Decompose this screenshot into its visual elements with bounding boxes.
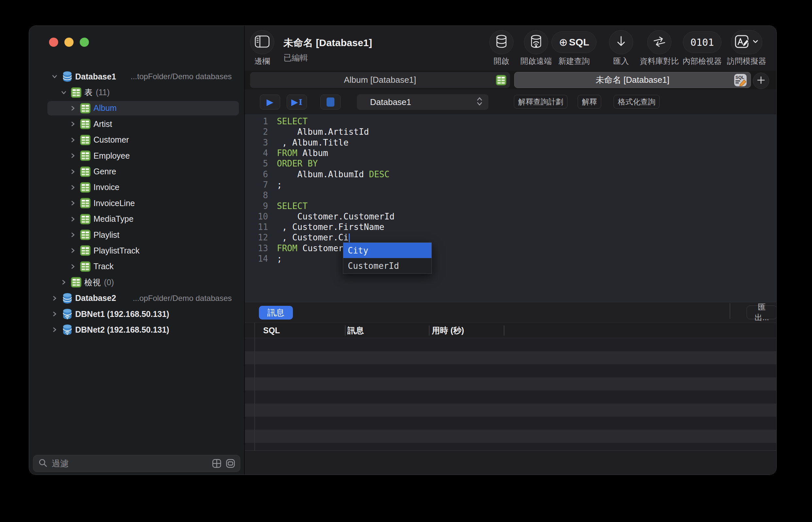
filter-input[interactable] — [51, 459, 208, 469]
line-number: 6 — [245, 169, 268, 179]
tree-item-[interactable]: 表(11) — [29, 84, 244, 100]
tree-item-database2[interactable]: Database2...opFolder/Demo databases — [29, 290, 244, 306]
open-remote-button[interactable]: 開啟遠端 — [520, 30, 552, 66]
chevron-right-icon[interactable] — [70, 169, 80, 175]
explain-query-plan-button[interactable]: 解釋查詢計劃 — [514, 95, 567, 108]
tree-item-database1[interactable]: Database1...topFolder/Demo databases — [29, 69, 244, 84]
tree-item-mediatype[interactable]: MediaType — [29, 211, 244, 227]
code-line-13: 13FROM Customer — [245, 243, 777, 254]
autocomplete-option-customerid[interactable]: CustomerId — [343, 258, 432, 274]
database-tree: Database1...topFolder/Demo databases表(11… — [29, 69, 244, 338]
play-icon: ▶ — [267, 98, 274, 107]
column-header-message[interactable]: 訊息 — [348, 323, 364, 338]
column-divider[interactable] — [429, 325, 430, 336]
tree-item-playlisttrack[interactable]: PlaylistTrack — [29, 243, 244, 258]
code-text: ; — [277, 254, 282, 264]
chevron-right-icon[interactable] — [51, 311, 61, 317]
chevron-right-icon[interactable] — [70, 137, 80, 143]
code-text: SELECT — [277, 201, 308, 211]
tree-item-track[interactable]: Track — [29, 259, 244, 275]
new-tab-button[interactable] — [753, 73, 769, 89]
stop-query-button[interactable] — [320, 95, 341, 109]
chevron-right-icon[interactable] — [70, 200, 80, 206]
db-compare-label: 資料庫對比 — [640, 56, 679, 66]
messages-header-row: SQL 訊息 用時 (秒) — [245, 322, 777, 338]
chevron-right-icon[interactable] — [70, 216, 80, 222]
chevron-right-icon[interactable] — [70, 105, 80, 111]
explain-button[interactable]: 解釋 — [578, 95, 601, 108]
chevron-right-icon[interactable] — [70, 232, 80, 238]
tree-item-genre[interactable]: Genre — [29, 163, 244, 179]
tree-item-label: DBNet2 (192.168.50.131) — [75, 325, 169, 335]
column-divider[interactable] — [504, 325, 504, 336]
chevron-right-icon[interactable] — [61, 279, 70, 285]
chevron-down-icon[interactable] — [61, 89, 70, 96]
open-button[interactable]: 開啟 — [490, 30, 514, 66]
tree-item-playlist[interactable]: Playlist — [29, 227, 244, 243]
export-button[interactable]: 匯出... — [747, 305, 777, 319]
sql-editor[interactable]: 1SELECT2 Album.ArtistId3 , Album.Title4F… — [245, 114, 777, 302]
minimize-window-button[interactable] — [64, 38, 74, 47]
import-button[interactable]: 匯入 — [609, 30, 633, 66]
tree-item-dbnet1-192-168-50-131[interactable]: DBNet1 (192.168.50.131) — [29, 306, 244, 322]
tab-album[interactable]: Album [Database1] — [250, 72, 510, 88]
column-header-sql[interactable]: SQL — [263, 323, 280, 338]
chevron-right-icon[interactable] — [51, 295, 61, 301]
format-query-button[interactable]: 格式化查詢 — [613, 95, 660, 108]
tree-item-label: DBNet1 (192.168.50.131) — [75, 309, 169, 319]
zoom-window-button[interactable] — [80, 38, 89, 47]
tree-item-count: (11) — [96, 88, 110, 97]
internal-viewer-button[interactable]: 0101 內部檢視器 — [683, 30, 722, 66]
code-line-12: 12 , Customer.Ci — [245, 232, 777, 243]
table-icon — [80, 103, 93, 114]
gutter-divider — [254, 338, 255, 450]
line-number: 10 — [245, 212, 268, 221]
app-window: Database1...topFolder/Demo databases表(11… — [29, 25, 777, 475]
chevron-right-icon[interactable] — [70, 247, 80, 254]
database-selector[interactable]: Database1 — [357, 94, 488, 110]
grid-view-icon[interactable] — [212, 459, 222, 468]
run-to-cursor-button[interactable]: ▶I — [287, 95, 307, 109]
tree-item-employee[interactable]: Employee — [29, 148, 244, 163]
tree-item-label: 表 — [84, 87, 92, 98]
chevron-right-icon[interactable] — [70, 153, 80, 159]
chevron-right-icon[interactable] — [70, 264, 80, 269]
import-label: 匯入 — [613, 56, 629, 66]
tree-item-album[interactable]: Album — [29, 100, 244, 116]
tree-item-invoice[interactable]: Invoice — [29, 180, 244, 195]
code-line-11: 11 , Customer.FirstName — [245, 222, 777, 232]
column-header-elapsed[interactable]: 用時 (秒) — [432, 323, 464, 338]
chevron-right-icon[interactable] — [51, 327, 61, 333]
db-compare-button[interactable]: 資料庫對比 — [640, 30, 679, 66]
panel-view-icon[interactable] — [226, 459, 235, 468]
tree-item-customer[interactable]: Customer — [29, 132, 244, 148]
tree-item-invoiceline[interactable]: InvoiceLine — [29, 195, 244, 211]
tree-item-label: Track — [93, 262, 114, 271]
chevron-right-icon[interactable] — [70, 184, 80, 190]
tab-untitled-query[interactable]: 未命名 [Database1] SQL — [514, 72, 751, 88]
tab-album-label: Album [Database1] — [344, 75, 416, 85]
autocomplete-option-city[interactable]: City — [343, 243, 432, 258]
chevron-down-icon[interactable] — [51, 74, 61, 79]
new-query-button[interactable]: ⊕SQL 新建查詢 — [551, 30, 597, 66]
close-window-button[interactable] — [49, 38, 58, 47]
table-icon — [80, 198, 93, 209]
access-simulator-button[interactable]: 訪問模擬器 — [727, 30, 766, 66]
chevron-right-icon[interactable] — [70, 121, 80, 127]
table-icon — [80, 182, 93, 193]
code-line-4: 4FROM Album — [245, 148, 777, 158]
tree-item-dbnet2-192-168-50-131[interactable]: DBNet2 (192.168.50.131) — [29, 322, 244, 338]
messages-tab[interactable]: 訊息 — [259, 306, 293, 320]
run-query-button[interactable]: ▶ — [260, 95, 280, 109]
line-number: 13 — [245, 243, 268, 253]
tree-item-label: Customer — [93, 135, 129, 144]
tree-item-artist[interactable]: Artist — [29, 116, 244, 132]
column-divider[interactable] — [345, 325, 346, 336]
sidebar: Database1...topFolder/Demo databases表(11… — [29, 26, 244, 475]
tree-item-label: Invoice — [93, 182, 119, 192]
messages-table-body — [245, 338, 777, 451]
tree-item-[interactable]: 檢視(0) — [29, 275, 244, 290]
sidebar-toggle[interactable]: 邊欄 — [250, 30, 274, 66]
code-area[interactable]: 1SELECT2 Album.ArtistId3 , Album.Title4F… — [245, 116, 777, 264]
line-number: 1 — [245, 117, 268, 126]
